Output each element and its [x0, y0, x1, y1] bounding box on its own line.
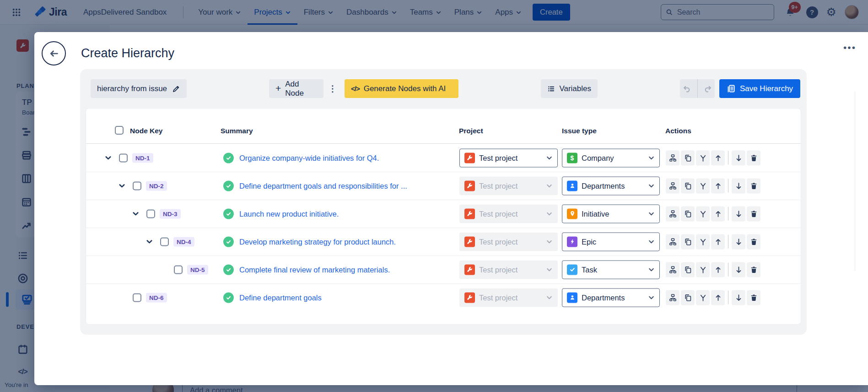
- summary-link[interactable]: Define department goals and responsibili…: [239, 181, 407, 190]
- project-select[interactable]: Test project: [459, 288, 558, 307]
- add-child-node-button[interactable]: [666, 234, 679, 249]
- issue-type-select[interactable]: Epic: [562, 232, 660, 251]
- project-label: Test project: [479, 209, 542, 218]
- more-menu-button[interactable]: •••: [843, 42, 856, 53]
- chevron-down-icon: [648, 182, 655, 189]
- variables-button[interactable]: Variables: [541, 79, 598, 98]
- chevron-down-icon: [648, 266, 655, 273]
- list-icon: [547, 85, 555, 93]
- plus-icon: +: [275, 83, 281, 93]
- row-checkbox[interactable]: [160, 237, 169, 246]
- issue-type-select[interactable]: Initiative: [562, 204, 660, 223]
- branch-button[interactable]: [696, 290, 710, 305]
- project-select[interactable]: Test project: [459, 232, 558, 251]
- delete-button[interactable]: [747, 290, 760, 305]
- back-button[interactable]: [42, 41, 66, 65]
- project-label: Test project: [479, 265, 542, 274]
- expander-slot[interactable]: [119, 181, 129, 191]
- row-checkbox[interactable]: [133, 293, 141, 302]
- move-down-button[interactable]: [732, 290, 745, 305]
- move-down-button[interactable]: [732, 234, 745, 249]
- move-down-button[interactable]: [732, 206, 745, 221]
- row-checkbox[interactable]: [146, 209, 155, 218]
- branch-button[interactable]: [696, 262, 710, 277]
- summary-link[interactable]: Develop marketing strategy for product l…: [239, 237, 396, 246]
- issue-type-select[interactable]: Departments: [562, 176, 660, 195]
- select-all-checkbox[interactable]: [115, 126, 124, 135]
- duplicate-button[interactable]: [681, 234, 695, 249]
- add-child-node-button[interactable]: [666, 206, 679, 221]
- add-node-button[interactable]: + Add Node: [269, 79, 323, 98]
- move-up-button[interactable]: [711, 290, 725, 305]
- duplicate-button[interactable]: [681, 178, 695, 193]
- divider: [728, 207, 728, 221]
- redo-button[interactable]: [701, 79, 715, 98]
- undo-button[interactable]: [680, 79, 693, 98]
- row-checkbox[interactable]: [119, 153, 128, 162]
- project-select[interactable]: Test project: [459, 204, 558, 223]
- expander-slot[interactable]: [132, 209, 143, 218]
- row-checkbox[interactable]: [174, 265, 183, 274]
- move-down-button[interactable]: [732, 150, 745, 165]
- node-key-badge: ND-6: [146, 293, 167, 302]
- move-up-button[interactable]: [711, 206, 725, 221]
- issue-type-icon: [567, 180, 577, 191]
- project-select[interactable]: Test project: [459, 176, 558, 195]
- delete-button[interactable]: [747, 178, 760, 193]
- project-icon: [464, 292, 475, 303]
- move-down-button[interactable]: [732, 262, 745, 277]
- table-row: ND-2 Define department goals and respons…: [86, 172, 801, 200]
- node-key-badge: ND-3: [160, 209, 181, 218]
- issue-type-select[interactable]: $ Company: [562, 148, 660, 167]
- row-checkbox[interactable]: [133, 181, 141, 190]
- expander-slot[interactable]: [105, 153, 116, 163]
- project-label: Test project: [479, 237, 542, 246]
- add-child-node-button[interactable]: [666, 150, 679, 165]
- issue-type-select[interactable]: Task: [562, 260, 660, 279]
- delete-button[interactable]: [747, 262, 760, 277]
- issue-type-label: Epic: [582, 237, 644, 246]
- branch-button[interactable]: [696, 206, 710, 221]
- expander-chevron-icon: [146, 238, 153, 245]
- more-options-button[interactable]: ⋮: [326, 79, 339, 98]
- save-hierarchy-button[interactable]: Save Hierarchy: [719, 79, 800, 98]
- move-up-button[interactable]: [711, 262, 725, 277]
- row-lead: ND-2: [105, 181, 167, 191]
- summary-link[interactable]: Launch new product initiative.: [239, 209, 339, 218]
- move-down-button[interactable]: [732, 178, 745, 193]
- panel-seam: [855, 92, 855, 271]
- status-check-icon: [223, 264, 234, 275]
- add-child-node-button[interactable]: [666, 290, 679, 305]
- status-check-icon: [223, 236, 234, 247]
- duplicate-button[interactable]: [681, 290, 695, 305]
- node-key-badge: ND-2: [146, 181, 167, 191]
- summary-link[interactable]: Complete final review of marketing mater…: [239, 265, 390, 274]
- duplicate-button[interactable]: [681, 206, 695, 221]
- row-actions: [666, 290, 760, 305]
- hierarchy-name-button[interactable]: hierarchy from issue: [91, 79, 187, 98]
- project-select[interactable]: Test project: [459, 148, 558, 167]
- row-lead: ND-6: [105, 293, 167, 302]
- delete-button[interactable]: [747, 150, 760, 165]
- status-check-icon: [223, 208, 234, 219]
- move-up-button[interactable]: [711, 234, 725, 249]
- move-up-button[interactable]: [711, 150, 725, 165]
- duplicate-button[interactable]: [681, 150, 695, 165]
- summary-link[interactable]: Define department goals: [239, 293, 322, 302]
- duplicate-button[interactable]: [681, 262, 695, 277]
- branch-button[interactable]: [696, 178, 710, 193]
- delete-button[interactable]: [747, 206, 760, 221]
- move-up-button[interactable]: [711, 178, 725, 193]
- summary-link[interactable]: Organize company-wide initiatives for Q4…: [239, 153, 379, 162]
- node-key-badge: ND-4: [173, 237, 194, 246]
- delete-button[interactable]: [747, 234, 760, 249]
- branch-button[interactable]: [696, 234, 710, 249]
- add-child-node-button[interactable]: [666, 178, 679, 193]
- add-child-node-button[interactable]: [666, 262, 679, 277]
- chevron-down-icon: [648, 210, 655, 217]
- issue-type-select[interactable]: Departments: [562, 288, 660, 307]
- generate-nodes-ai-button[interactable]: </> Generate Nodes with AI: [345, 79, 458, 98]
- project-select[interactable]: Test project: [459, 260, 558, 279]
- expander-slot[interactable]: [146, 237, 157, 246]
- branch-button[interactable]: [696, 150, 710, 165]
